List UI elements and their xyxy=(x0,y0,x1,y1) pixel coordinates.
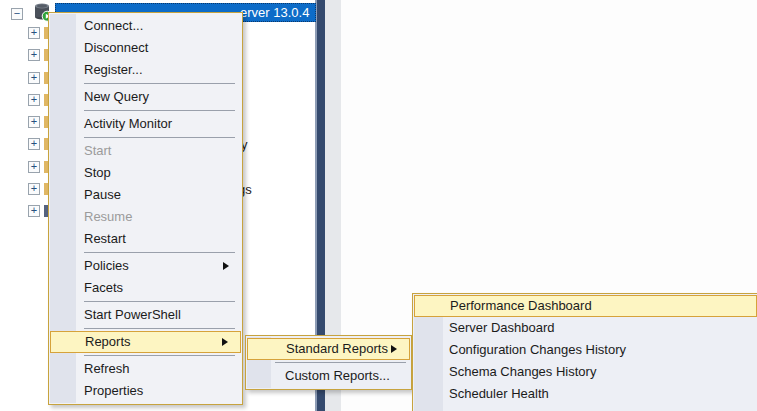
tree-node-expander[interactable]: + xyxy=(28,183,40,195)
menu-item-label: Refresh xyxy=(84,361,130,376)
menu-item-restart[interactable]: Restart xyxy=(50,228,241,250)
menu-item-scheduler-health[interactable]: Scheduler Health xyxy=(414,383,757,405)
menu-item-label: Configuration Changes History xyxy=(449,342,626,357)
ssms-object-explorer-screen: − erver 13.0.4 +++++++++ ygs Connect...D… xyxy=(0,0,757,411)
menu-item-standard-reports[interactable]: Standard Reports xyxy=(247,338,410,360)
menu-item-disconnect[interactable]: Disconnect xyxy=(50,37,241,59)
menu-item-label: Scheduler Health xyxy=(449,386,549,401)
menu-item-register[interactable]: Register... xyxy=(50,59,241,81)
menu-item-custom-reports[interactable]: Custom Reports... xyxy=(247,365,410,387)
menu-item-label: Performance Dashboard xyxy=(450,298,592,313)
server-node-expander[interactable]: − xyxy=(11,8,23,20)
menu-item-policies[interactable]: Policies xyxy=(50,255,241,277)
menu-item-connect[interactable]: Connect... xyxy=(50,15,241,37)
server-node-label: erver 13.0.4 xyxy=(240,3,309,22)
submenu-arrow-icon xyxy=(391,345,397,353)
tree-node-expander[interactable]: + xyxy=(28,94,40,106)
tree-node-expander[interactable]: + xyxy=(28,116,40,128)
tree-node-expander[interactable]: + xyxy=(28,205,40,217)
menu-item-properties[interactable]: Properties xyxy=(50,380,241,402)
menu-item-label: Disconnect xyxy=(84,40,148,55)
menu-item-activity-monitor[interactable]: Activity Monitor xyxy=(50,113,241,135)
menu-item-label: Properties xyxy=(84,383,143,398)
tree-node-expander[interactable]: + xyxy=(28,161,40,173)
menu-item-start: Start xyxy=(50,140,241,162)
menu-item-schema-changes-history[interactable]: Schema Changes History xyxy=(414,361,757,383)
menu-item-label: Reports xyxy=(85,334,131,349)
menu-item-label: Resume xyxy=(84,209,132,224)
tree-node-expander[interactable]: + xyxy=(28,27,40,39)
menu-item-label: Policies xyxy=(84,258,129,273)
menu-item-label: Schema Changes History xyxy=(449,364,596,379)
menu-item-label: Start xyxy=(84,143,111,158)
menu-item-reports[interactable]: Reports xyxy=(50,331,241,353)
menu-item-server-dashboard[interactable]: Server Dashboard xyxy=(414,317,757,339)
tree-node-expander[interactable]: + xyxy=(28,138,40,150)
submenu-arrow-icon xyxy=(223,262,229,270)
menu-item-label: Pause xyxy=(84,187,121,202)
standard-reports-submenu: Performance DashboardServer DashboardCon… xyxy=(412,293,757,411)
menu-item-pause[interactable]: Pause xyxy=(50,184,241,206)
menu-item-new-query[interactable]: New Query xyxy=(50,86,241,108)
menu-item-label: Custom Reports... xyxy=(285,368,390,383)
menu-item-refresh[interactable]: Refresh xyxy=(50,358,241,380)
reports-submenu: Standard ReportsCustom Reports... xyxy=(245,335,412,390)
menu-item-label: New Query xyxy=(84,89,149,104)
menu-item-label: Start PowerShell xyxy=(84,307,181,322)
tree-node-expander[interactable]: + xyxy=(28,49,40,61)
server-context-menu: Connect...DisconnectRegister...New Query… xyxy=(48,12,243,405)
menu-item-configuration-changes-history[interactable]: Configuration Changes History xyxy=(414,339,757,361)
menu-item-label: Standard Reports xyxy=(286,341,388,356)
tree-node-expander[interactable]: + xyxy=(28,72,40,84)
menu-item-label: Restart xyxy=(84,231,126,246)
menu-item-label: Connect... xyxy=(84,18,143,33)
menu-item-label: Activity Monitor xyxy=(84,116,172,131)
menu-item-stop[interactable]: Stop xyxy=(50,162,241,184)
menu-item-resume: Resume xyxy=(50,206,241,228)
menu-item-label: Stop xyxy=(84,165,111,180)
menu-item-facets[interactable]: Facets xyxy=(50,277,241,299)
submenu-arrow-icon xyxy=(222,338,228,346)
menu-item-start-powershell[interactable]: Start PowerShell xyxy=(50,304,241,326)
menu-item-performance-dashboard[interactable]: Performance Dashboard xyxy=(414,295,757,317)
menu-item-label: Facets xyxy=(84,280,123,295)
menu-item-label: Register... xyxy=(84,62,143,77)
menu-item-label: Server Dashboard xyxy=(449,320,555,335)
